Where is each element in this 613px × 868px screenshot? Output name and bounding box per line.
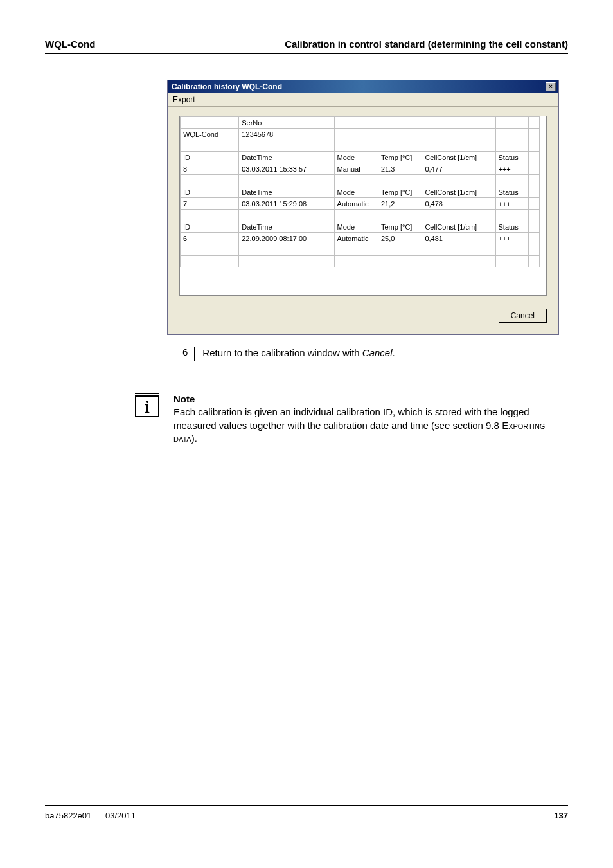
table-cell: 21.3: [378, 163, 422, 175]
step-number: 6: [180, 347, 194, 357]
table-cell: Mode: [334, 152, 378, 163]
table-cell: ID: [181, 221, 239, 233]
table-cell: ID: [181, 186, 239, 198]
table-cell: [181, 140, 239, 152]
table-cell: Mode: [334, 221, 378, 233]
table-row: IDDateTimeModeTemp [°C]CellConst [1/cm]S…: [181, 221, 540, 233]
footer-date: 03/2011: [105, 811, 136, 820]
table-row: SensorNameSerNo: [181, 117, 540, 129]
table-row: IDDateTimeModeTemp [°C]CellConst [1/cm]S…: [181, 152, 540, 163]
menu-export[interactable]: Export: [173, 95, 195, 104]
cancel-button[interactable]: Cancel: [499, 309, 547, 323]
table-cell: [422, 256, 495, 267]
table-cell: [422, 140, 495, 152]
table-cell: [239, 256, 334, 267]
table-cell: [495, 175, 528, 186]
table-cell: [528, 163, 539, 175]
table-cell: WQL-Cond: [181, 129, 239, 140]
table-cell: [334, 175, 378, 186]
table-cell: ID: [181, 152, 239, 163]
table-cell: Automatic: [334, 233, 378, 244]
table-cell: CellConst [1/cm]: [422, 186, 495, 198]
dialog-body: SensorNameSerNoWQL-Cond12345678IDDateTim…: [168, 107, 558, 334]
table-cell: SensorName: [181, 117, 239, 129]
history-grid: SensorNameSerNoWQL-Cond12345678IDDateTim…: [179, 116, 547, 296]
table-cell: 12345678: [239, 129, 334, 140]
table-cell: [378, 129, 422, 140]
note-body-a: Each calibration is given an individual …: [173, 406, 529, 430]
table-cell: Automatic: [334, 198, 378, 210]
table-row: [181, 175, 540, 186]
table-cell: 22.09.2009 08:17:00: [239, 233, 334, 244]
table-cell: 25,0: [378, 233, 422, 244]
table-cell: [495, 244, 528, 256]
step-text-b: Cancel: [362, 347, 393, 358]
table-cell: [239, 140, 334, 152]
step-6: 6 Return to the calibration window with …: [180, 347, 568, 361]
table-cell: DateTime: [239, 221, 334, 233]
page-footer: ba75822e01 03/2011 137: [45, 805, 568, 820]
table-cell: +++: [495, 163, 528, 175]
table-cell: 7: [181, 198, 239, 210]
table-row: [181, 140, 540, 152]
note-heading: Note: [173, 393, 195, 404]
table-cell: [181, 244, 239, 256]
table-cell: [528, 129, 539, 140]
table-cell: 03.03.2011 15:33:57: [239, 163, 334, 175]
table-cell: Status: [495, 221, 528, 233]
table-cell: Mode: [334, 186, 378, 198]
table-cell: 0,477: [422, 163, 495, 175]
footer-left: ba75822e01 03/2011: [45, 811, 136, 820]
dialog-title: Calibration history WQL-Cond: [172, 82, 282, 91]
note-block: i Note Each calibration is given an indi…: [135, 393, 568, 445]
menubar: Export: [168, 93, 558, 107]
table-cell: DateTime: [239, 152, 334, 163]
table-cell: [528, 210, 539, 221]
table-cell: [334, 140, 378, 152]
step-text-a: Return to the calibration window with: [202, 347, 362, 358]
table-cell: [495, 129, 528, 140]
table-cell: +++: [495, 198, 528, 210]
history-table: SensorNameSerNoWQL-Cond12345678IDDateTim…: [180, 116, 540, 267]
table-cell: [528, 117, 539, 129]
close-icon[interactable]: ×: [546, 82, 556, 91]
table-cell: [528, 244, 539, 256]
table-cell: [528, 221, 539, 233]
table-cell: [378, 117, 422, 129]
table-row: 803.03.2011 15:33:57Manual21.30,477+++: [181, 163, 540, 175]
page-header: WQL-Cond Calibration in control standard…: [45, 39, 568, 54]
table-cell: [495, 140, 528, 152]
table-cell: [422, 210, 495, 221]
footer-doc-id: ba75822e01: [45, 811, 91, 820]
table-cell: [528, 140, 539, 152]
table-row: 703.03.2011 15:29:08Automatic21,20,478++…: [181, 198, 540, 210]
table-cell: [378, 244, 422, 256]
table-cell: 03.03.2011 15:29:08: [239, 198, 334, 210]
table-cell: 0,478: [422, 198, 495, 210]
table-cell: [528, 186, 539, 198]
table-row: IDDateTimeModeTemp [°C]CellConst [1/cm]S…: [181, 186, 540, 198]
table-cell: [528, 198, 539, 210]
table-cell: Status: [495, 152, 528, 163]
header-right: Calibration in control standard (determi…: [285, 39, 568, 50]
table-cell: [181, 256, 239, 267]
table-cell: [495, 256, 528, 267]
table-row: [181, 244, 540, 256]
table-cell: [378, 175, 422, 186]
page-number: 137: [554, 811, 568, 820]
header-left: WQL-Cond: [45, 39, 95, 50]
note-text: Note Each calibration is given an indivi…: [173, 393, 559, 445]
table-cell: DateTime: [239, 186, 334, 198]
table-cell: [334, 129, 378, 140]
table-cell: [181, 175, 239, 186]
table-cell: [422, 175, 495, 186]
table-cell: [239, 210, 334, 221]
table-cell: [422, 129, 495, 140]
table-cell: 6: [181, 233, 239, 244]
dialog-titlebar: Calibration history WQL-Cond ×: [168, 80, 558, 93]
table-cell: [378, 210, 422, 221]
table-cell: Manual: [334, 163, 378, 175]
table-cell: Temp [°C]: [378, 221, 422, 233]
table-cell: [239, 175, 334, 186]
table-cell: [334, 210, 378, 221]
